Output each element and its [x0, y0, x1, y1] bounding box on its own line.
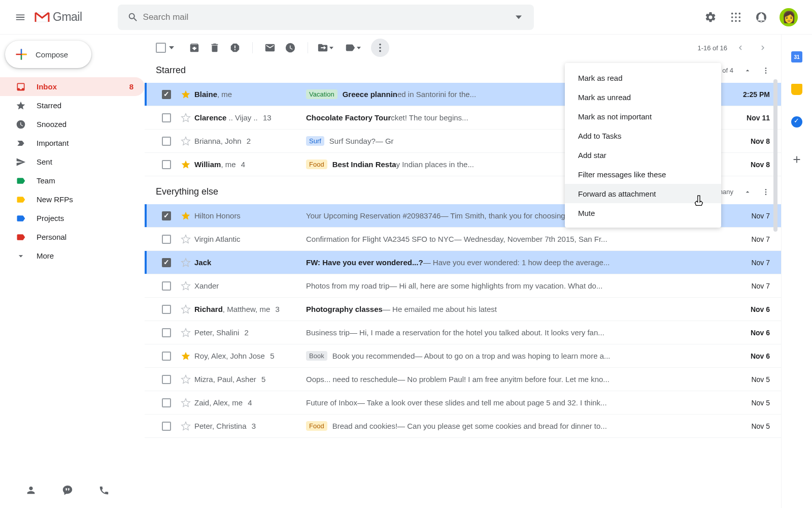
calendar-addon-icon[interactable]: 31 [790, 50, 804, 64]
email-row[interactable]: XanderPhotos from my road trip — Hi all,… [145, 274, 781, 298]
gmail-logo[interactable]: Gmail [35, 10, 82, 24]
star-icon[interactable] [177, 374, 194, 385]
labels-icon[interactable] [344, 39, 362, 57]
sidebar-item-sent[interactable]: Sent [0, 152, 145, 171]
page-prev-icon[interactable] [731, 39, 750, 57]
team-icon [15, 175, 26, 186]
row-checkbox[interactable] [162, 328, 171, 337]
context-menu-item[interactable]: Filter messages like these [565, 165, 721, 184]
email-row[interactable]: Zaid, Alex, me 4Future of Inbox — Take a… [145, 391, 781, 415]
report-spam-icon[interactable] [226, 39, 244, 57]
row-checkbox[interactable] [162, 398, 171, 407]
row-checkbox[interactable] [162, 137, 171, 146]
move-to-icon[interactable] [316, 39, 334, 57]
tasks-addon-icon[interactable] [790, 115, 804, 129]
context-menu-item[interactable]: Add star [565, 145, 721, 165]
select-dropdown-icon[interactable] [169, 46, 174, 49]
star-icon[interactable] [177, 211, 194, 221]
row-checkbox[interactable] [162, 211, 171, 220]
notifications-bell-icon[interactable] [754, 10, 768, 24]
sidebar-item-projects[interactable]: Projects [0, 209, 145, 228]
archive-icon[interactable] [185, 39, 204, 57]
compose-button[interactable]: Compose [5, 41, 91, 68]
star-icon[interactable] [177, 160, 194, 170]
sidebar-item-important[interactable]: Important [0, 134, 145, 152]
row-checkbox[interactable] [162, 422, 171, 431]
row-checkbox[interactable] [162, 160, 171, 169]
svg-point-0 [731, 12, 733, 14]
section-more-icon[interactable] [762, 188, 770, 196]
contacts-icon[interactable] [25, 485, 37, 496]
row-checkbox[interactable] [162, 235, 171, 244]
page-next-icon[interactable] [754, 39, 772, 57]
star-icon[interactable] [177, 421, 194, 431]
phone-icon[interactable] [98, 485, 110, 496]
row-checkbox[interactable] [162, 281, 171, 291]
row-checkbox[interactable] [162, 352, 171, 361]
user-avatar[interactable]: 👩 [780, 8, 798, 26]
sidebar-item-personal[interactable]: Personal [0, 228, 145, 246]
apps-grid-icon[interactable] [729, 10, 743, 24]
label-tag[interactable]: Food [306, 421, 327, 431]
star-icon[interactable] [177, 258, 194, 268]
sidebar-item-inbox[interactable]: Inbox8 [0, 77, 145, 96]
email-row[interactable]: Peter, Christina 3FoodBread and cookies!… [145, 415, 781, 438]
email-row[interactable]: Mizra, Paul, Asher 5Oops... need to resc… [145, 368, 781, 391]
star-icon[interactable] [177, 234, 194, 244]
row-checkbox[interactable] [162, 305, 171, 314]
star-icon[interactable] [177, 328, 194, 338]
select-all-checkbox[interactable] [156, 43, 166, 53]
more-actions-icon[interactable] [371, 39, 389, 57]
sidebar-item-starred[interactable]: Starred [0, 96, 145, 115]
svg-point-7 [735, 20, 737, 22]
context-menu-item[interactable]: Mark as unread [565, 87, 721, 107]
collapse-section-icon[interactable] [743, 67, 752, 75]
context-menu-item[interactable]: Forward as attachment [565, 184, 721, 203]
search-icon[interactable] [123, 12, 143, 23]
star-icon[interactable] [177, 304, 194, 314]
star-icon[interactable] [177, 89, 194, 100]
sidebar-item-team[interactable]: Team [0, 171, 145, 190]
context-menu-item[interactable]: Add to Tasks [565, 126, 721, 145]
email-row[interactable]: JackFW: Have you ever wondered...? — Hav… [145, 251, 781, 274]
snooze-clock-icon[interactable] [281, 39, 299, 57]
scrollbar-thumb[interactable] [773, 79, 777, 232]
email-row[interactable]: Richard, Matthew, me 3Photography classe… [145, 298, 781, 321]
star-icon[interactable] [177, 351, 194, 361]
row-checkbox[interactable] [162, 258, 171, 267]
context-menu-item[interactable]: Mark as read [565, 68, 721, 87]
context-menu-item[interactable]: Mark as not important [565, 107, 721, 126]
row-checkbox[interactable] [162, 113, 171, 122]
context-menu-item[interactable]: Mute [565, 203, 721, 223]
keep-addon-icon[interactable] [790, 82, 804, 97]
collapse-section-icon[interactable] [743, 188, 752, 196]
row-checkbox[interactable] [162, 90, 171, 99]
email-row[interactable]: Virgin AtlanticConfirmation for Flight V… [145, 228, 781, 251]
search-options-dropdown-icon[interactable] [509, 14, 529, 20]
section-more-icon[interactable] [762, 67, 770, 75]
sidebar-item-snoozed[interactable]: Snoozed [0, 115, 145, 134]
subject: Chocolate Factory Tour [306, 113, 391, 122]
email-row[interactable]: Roy, Alex, John Jose 5BookBook you recom… [145, 344, 781, 368]
delete-trash-icon[interactable] [206, 39, 224, 57]
sidebar-item-newrfps[interactable]: New RFPs [0, 190, 145, 209]
main-menu-icon[interactable] [8, 5, 32, 29]
add-addon-icon[interactable] [790, 152, 804, 167]
label-tag[interactable]: Surf [306, 136, 324, 146]
context-menu[interactable]: Mark as readMark as unreadMark as not im… [565, 63, 721, 228]
row-checkbox[interactable] [162, 375, 171, 384]
star-icon[interactable] [177, 398, 194, 408]
search-bar[interactable] [118, 5, 534, 30]
search-input[interactable] [143, 12, 509, 22]
label-tag[interactable]: Food [306, 160, 327, 169]
mark-read-icon[interactable] [261, 39, 279, 57]
settings-gear-icon[interactable] [703, 10, 718, 24]
label-tag[interactable]: Book [306, 351, 327, 361]
star-icon[interactable] [177, 281, 194, 291]
email-row[interactable]: Peter, Shalini 2Business trip — Hi, I ma… [145, 321, 781, 344]
star-icon[interactable] [177, 136, 194, 146]
hangouts-icon[interactable] [62, 485, 73, 496]
sidebar-item-more[interactable]: More [0, 246, 145, 265]
label-tag[interactable]: Vacation [306, 89, 337, 99]
star-icon[interactable] [177, 113, 194, 123]
